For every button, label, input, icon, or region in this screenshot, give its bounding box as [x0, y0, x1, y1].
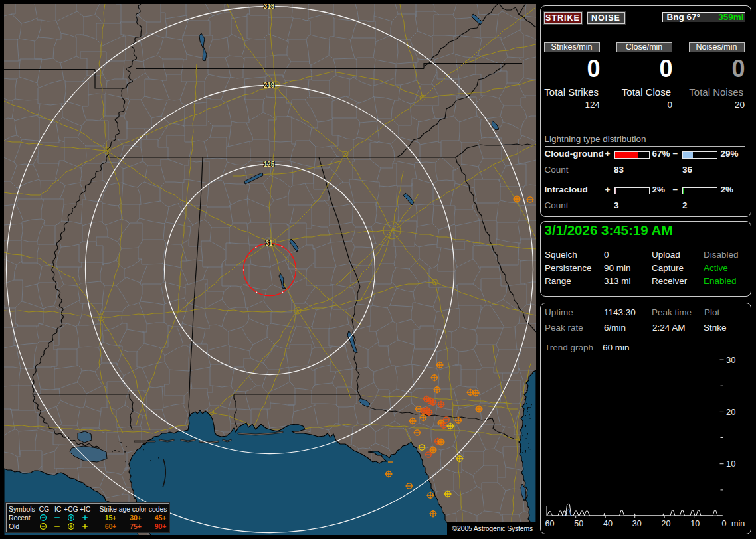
svg-text:219: 219	[264, 82, 275, 89]
svg-text:60: 60	[545, 519, 555, 528]
svg-text:10: 10	[690, 519, 700, 528]
svg-text:31: 31	[265, 240, 273, 247]
svg-text:20: 20	[726, 407, 735, 417]
svg-text:10: 10	[726, 459, 735, 469]
svg-text:20: 20	[662, 519, 671, 528]
svg-text:0: 0	[722, 519, 727, 528]
svg-text:30: 30	[726, 355, 735, 365]
svg-text:125: 125	[264, 161, 275, 168]
svg-text:50: 50	[574, 519, 583, 528]
svg-text:30: 30	[632, 519, 642, 528]
svg-text:313: 313	[264, 4, 275, 10]
svg-text:40: 40	[603, 519, 613, 528]
svg-text:min: min	[731, 519, 745, 528]
